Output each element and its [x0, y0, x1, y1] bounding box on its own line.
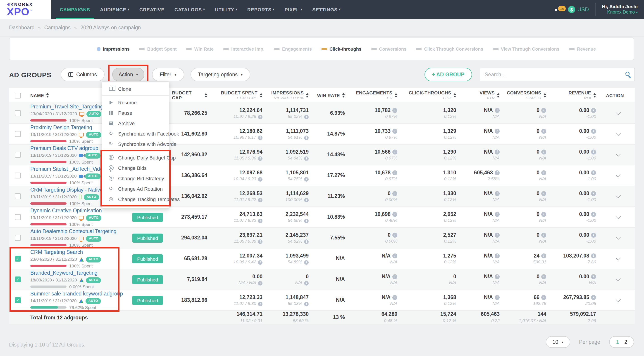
menu-item[interactable]: $Change Daily Budget Cap: [102, 152, 169, 163]
legend-item[interactable]: Budget Spent: [139, 46, 177, 51]
col-conversions[interactable]: CONVERSIONSCPA/CPI: [505, 88, 552, 103]
nav-item-creative[interactable]: CREATIVE: [134, 0, 170, 19]
sort-icon[interactable]: [342, 93, 345, 98]
legend-item[interactable]: Conversions: [371, 46, 406, 51]
legend-item[interactable]: Win Rate: [186, 46, 214, 51]
chevron-down-icon: ▾: [273, 8, 275, 11]
sort-icon[interactable]: [46, 93, 49, 98]
row-expand-chevron[interactable]: [616, 131, 621, 136]
per-page-select[interactable]: 10▴: [546, 336, 570, 348]
row-expand-chevron[interactable]: [616, 193, 621, 198]
col-engagements[interactable]: ENGAGEMENTSER: [350, 88, 403, 103]
select-all-checkbox[interactable]: [15, 92, 20, 98]
nav-item-campaigns[interactable]: CAMPAIGNS: [55, 0, 95, 19]
cell-budget-cap: 65,681.28: [172, 248, 213, 269]
sort-icon[interactable]: [544, 93, 546, 98]
row-checkbox[interactable]: [15, 131, 20, 137]
row-checkbox[interactable]: [15, 214, 20, 220]
date-range: 23/04/2020 / 31/12/2020: [30, 256, 77, 263]
cell-status: Published: [123, 207, 172, 228]
add-ad-group-button[interactable]: + AD GROUP: [424, 68, 472, 81]
search-icon[interactable]: [626, 72, 631, 77]
user-menu[interactable]: Hi, Siddhi Joshi Knorex Demo ▾: [602, 3, 644, 15]
filter-button[interactable]: Filter▾: [152, 68, 184, 81]
sort-icon[interactable]: [395, 93, 397, 98]
col-budget-cap[interactable]: BUDGET CAP: [172, 88, 213, 103]
row-expand-chevron[interactable]: [616, 255, 621, 260]
info-icon: i: [258, 135, 262, 140]
columns-button[interactable]: Columns: [60, 68, 104, 81]
legend-dash-icon: [569, 48, 575, 49]
action-button[interactable]: Action▾: [112, 68, 144, 81]
row-expand-chevron[interactable]: [616, 110, 621, 115]
menu-item[interactable]: $Change Bid Strategy: [102, 173, 169, 183]
menu-item[interactable]: Clone: [102, 84, 169, 94]
legend-item[interactable]: Revenue: [569, 46, 596, 51]
sort-icon[interactable]: [497, 93, 500, 98]
row-expand-chevron[interactable]: [616, 151, 621, 157]
adgroup-name-link[interactable]: Auto Dealership Contextual Targeting: [30, 228, 123, 236]
row-checkbox[interactable]: [15, 110, 20, 116]
row-checkbox[interactable]: ✓: [15, 298, 20, 303]
breadcrumb-item[interactable]: Campaigns: [44, 25, 70, 30]
legend-item[interactable]: Click-throughs: [321, 46, 361, 51]
page-number-2[interactable]: 2: [624, 339, 627, 345]
row-expand-chevron[interactable]: [616, 297, 621, 302]
nav-item-settings[interactable]: SETTINGS▾: [307, 0, 346, 19]
row-checkbox[interactable]: [15, 152, 20, 158]
col-revenue[interactable]: REVENUEROI: [552, 88, 602, 103]
menu-item[interactable]: $Change Bids: [102, 163, 169, 173]
row-checkbox[interactable]: ✓: [15, 256, 20, 262]
nav-item-catalogs[interactable]: CATALOGS▾: [170, 0, 210, 19]
row-checkbox[interactable]: [15, 235, 20, 241]
sort-icon[interactable]: [260, 93, 262, 98]
legend-item[interactable]: Interactive Imp.: [223, 46, 264, 51]
col-win-rate[interactable]: WIN RATE: [314, 88, 350, 103]
page-number-1[interactable]: 1: [616, 339, 619, 345]
currency-selector[interactable]: $ USD: [568, 6, 589, 13]
row-expand-chevron[interactable]: [616, 276, 621, 281]
spend-progress-label: 100% Spent: [69, 117, 93, 124]
targeting-options-button[interactable]: Targeting options▾: [190, 68, 250, 81]
annotation-box-menu-items: $Change Daily Budget Cap$Change Bids$Cha…: [100, 150, 170, 206]
col-budget-spent[interactable]: BUDGET SPENTCPM / CPC: [213, 88, 268, 103]
nav-item-reports[interactable]: REPORTS▾: [242, 0, 280, 19]
sort-icon[interactable]: [204, 93, 207, 98]
auto-badge: AUTO: [84, 194, 99, 200]
search-input[interactable]: [480, 68, 635, 81]
legend-item[interactable]: Impressions: [97, 46, 130, 51]
nav-item-pixel[interactable]: PIXEL▾: [280, 0, 308, 19]
sort-icon[interactable]: [306, 93, 309, 98]
spend-progress-label: 100% Spent: [69, 263, 93, 269]
legend-item[interactable]: Engagements: [274, 46, 312, 51]
row-checkbox[interactable]: ✓: [15, 277, 20, 283]
sort-icon[interactable]: [593, 93, 596, 98]
cell-win-rate: 14.87%: [314, 124, 350, 145]
menu-item[interactable]: Resume: [102, 97, 169, 108]
menu-item[interactable]: ◎Change Tracking Templates: [102, 194, 169, 204]
col-views[interactable]: VIEWSVTR: [462, 88, 505, 103]
nav-item-audience[interactable]: AUDIENCE▾: [95, 0, 134, 19]
sort-icon[interactable]: [454, 93, 456, 98]
nav-item-utility[interactable]: UTILITY▾: [210, 0, 242, 19]
col-click-throughs[interactable]: CLICK-THROUGHSCTR: [403, 88, 462, 103]
adgroup-name-link[interactable]: CRM Targeting Search: [30, 248, 123, 256]
col-impressions[interactable]: IMPRESSIONSVIEWABILITY %: [268, 88, 314, 103]
knorex-xpo-logo[interactable]: KNOREX XPO™: [0, 0, 51, 19]
cell-budget-cap: 7,519.84: [172, 269, 213, 290]
row-checkbox[interactable]: [15, 193, 20, 199]
row-expand-chevron[interactable]: [616, 172, 621, 177]
row-checkbox[interactable]: [15, 173, 20, 179]
menu-item[interactable]: ↻Synchronize with Adwords: [102, 139, 169, 149]
menu-item[interactable]: Archive: [102, 118, 169, 128]
adgroup-name-link[interactable]: Branded_Keyword_Targeting: [30, 269, 123, 277]
adgroup-name-link[interactable]: Summer sale branded keyword adgroup: [30, 290, 123, 298]
menu-item[interactable]: ↺Change Ad Rotation: [102, 183, 169, 194]
legend-item[interactable]: View Through Conversions: [492, 46, 559, 51]
row-expand-chevron[interactable]: [616, 214, 621, 219]
menu-item[interactable]: ↻Synchronize with Facebook: [102, 128, 169, 139]
menu-item[interactable]: Pause: [102, 108, 169, 118]
legend-item[interactable]: Click Through Conversions: [416, 46, 483, 51]
row-expand-chevron[interactable]: [616, 234, 621, 240]
breadcrumb-item[interactable]: Dashboard: [9, 25, 34, 30]
